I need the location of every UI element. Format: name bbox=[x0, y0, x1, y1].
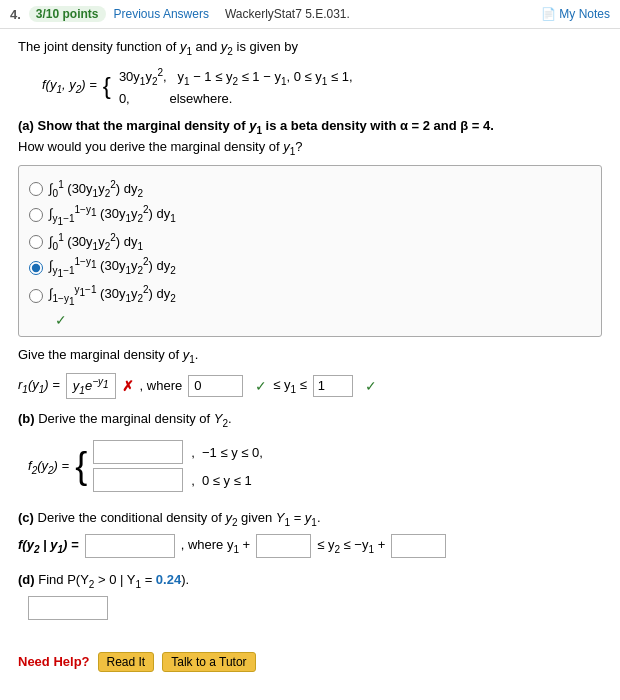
question-number: 4. bbox=[10, 7, 21, 22]
part-a-text: Show that the marginal density of y1 is … bbox=[38, 118, 494, 133]
r1-notation: r1(y1) = bbox=[18, 377, 60, 395]
option-5-radio[interactable] bbox=[29, 289, 43, 303]
my-notes-label: My Notes bbox=[559, 7, 610, 21]
option-2-row: ∫y1−11−y1 (30y1y22) dy1 bbox=[29, 204, 591, 227]
options-box: ∫01 (30y1y22) dy2 ∫y1−11−y1 (30y1y22) dy… bbox=[18, 165, 602, 338]
where-label: , where bbox=[140, 378, 183, 393]
option-2-math: ∫y1−11−y1 (30y1y22) dy1 bbox=[49, 204, 176, 227]
part-a: (a) Show that the marginal density of y1… bbox=[18, 118, 602, 399]
part-d-highlight: 0.24 bbox=[156, 572, 181, 587]
part-d-label: (d) bbox=[18, 572, 35, 587]
option-4-radio[interactable] bbox=[29, 261, 43, 275]
read-it-button[interactable]: Read It bbox=[98, 652, 155, 672]
option-1-row: ∫01 (30y1y22) dy2 bbox=[29, 179, 591, 199]
option-1-radio[interactable] bbox=[29, 182, 43, 196]
part-c-leq-label: ≤ y2 ≤ −y1 + bbox=[317, 537, 385, 555]
piecewise-case-1: , −1 ≤ y ≤ 0, bbox=[93, 440, 263, 464]
problem-id: WackerlyStat7 5.E.031. bbox=[225, 7, 350, 21]
part-c-formula-label: f(y2 | y1) = bbox=[18, 537, 79, 555]
error-x-icon: ✗ bbox=[122, 378, 134, 394]
part-b-formula-row: f2(y2) = { , −1 ≤ y ≤ 0, , 0 ≤ y ≤ 1 bbox=[28, 436, 602, 496]
part-c-upper-input[interactable] bbox=[391, 534, 446, 558]
part-b: (b) Derive the marginal density of Y2. f… bbox=[18, 411, 602, 497]
top-bar: 4. 3/10 points Previous Answers Wackerly… bbox=[0, 0, 620, 29]
case-1-condition: , −1 ≤ y ≤ 0, bbox=[191, 445, 263, 460]
notes-icon: 📄 bbox=[541, 7, 556, 21]
where-upper-input[interactable] bbox=[313, 375, 353, 397]
option-3-radio[interactable] bbox=[29, 235, 43, 249]
option-3-row: ∫01 (30y1y22) dy1 bbox=[29, 232, 591, 252]
option-1-math: ∫01 (30y1y22) dy2 bbox=[49, 179, 143, 199]
content-area: The joint density function of y1 and y2 … bbox=[0, 29, 620, 634]
option-4-row: ∫y1−11−y1 (30y1y22) dy2 bbox=[29, 256, 591, 279]
piecewise-cases: , −1 ≤ y ≤ 0, , 0 ≤ y ≤ 1 bbox=[93, 436, 263, 496]
points-badge: 3/10 points bbox=[29, 6, 106, 22]
option-3-math: ∫01 (30y1y22) dy1 bbox=[49, 232, 143, 252]
part-d-text: Find P(Y2 > 0 | Y1 = 0.24). bbox=[38, 572, 189, 587]
part-c-label: (c) bbox=[18, 510, 34, 525]
leq-y1-label: ≤ y1 ≤ bbox=[273, 377, 307, 395]
where-lower-input[interactable] bbox=[188, 375, 243, 397]
part-c-density-input[interactable] bbox=[85, 534, 175, 558]
marginal-value-display: y1e−y1 bbox=[66, 373, 116, 399]
part-b-label: (b) bbox=[18, 411, 35, 426]
part-b-text: Derive the marginal density of Y2. bbox=[38, 411, 231, 426]
my-notes-button[interactable]: 📄 My Notes bbox=[541, 7, 610, 21]
part-a-label: (a) bbox=[18, 118, 34, 133]
option-4-math: ∫y1−11−y1 (30y1y22) dy2 bbox=[49, 256, 176, 279]
part-a-question: How would you derive the marginal densit… bbox=[18, 139, 602, 157]
part-c-formula-row: f(y2 | y1) = , where y1 + ≤ y2 ≤ −y1 + bbox=[18, 534, 602, 558]
part-c-text: Derive the conditional density of y2 giv… bbox=[38, 510, 321, 525]
part-d-answer-input[interactable] bbox=[28, 596, 108, 620]
f2-notation: f2(y2) = bbox=[28, 458, 69, 476]
part-c-lower-input[interactable] bbox=[256, 534, 311, 558]
joint-density-formula: f(y1, y2) = { 30y1y22, y1 − 1 ≤ y2 ≤ 1 −… bbox=[38, 65, 602, 108]
talk-to-tutor-button[interactable]: Talk to a Tutor bbox=[162, 652, 255, 672]
prev-answers-link[interactable]: Previous Answers bbox=[114, 7, 209, 21]
piecewise-brace: { bbox=[75, 448, 87, 484]
upper-check-icon: ✓ bbox=[365, 378, 377, 394]
case-1-input[interactable] bbox=[93, 440, 183, 464]
option-5-math: ∫1−y1y1−1 (30y1y22) dy2 bbox=[49, 284, 176, 307]
part-d-input-row bbox=[28, 596, 602, 620]
options-check-icon: ✓ bbox=[55, 312, 67, 328]
problem-statement: The joint density function of y1 and y2 … bbox=[18, 39, 602, 57]
case-2-input[interactable] bbox=[93, 468, 183, 492]
marginal-density-section-label: Give the marginal density of y1. bbox=[18, 347, 602, 365]
part-d: (d) Find P(Y2 > 0 | Y1 = 0.24). bbox=[18, 572, 602, 620]
where-check-icon: ✓ bbox=[255, 378, 267, 394]
piecewise-case-2: , 0 ≤ y ≤ 1 bbox=[93, 468, 263, 492]
option-2-radio[interactable] bbox=[29, 208, 43, 222]
need-help-bar: Need Help? Read It Talk to a Tutor bbox=[0, 642, 620, 682]
marginal-density-row: r1(y1) = y1e−y1 ✗ , where ✓ ≤ y1 ≤ ✓ bbox=[18, 373, 602, 399]
need-help-label: Need Help? bbox=[18, 654, 90, 669]
part-c: (c) Derive the conditional density of y2… bbox=[18, 510, 602, 558]
part-c-where-label: , where y1 + bbox=[181, 537, 251, 555]
option-5-row: ∫1−y1y1−1 (30y1y22) dy2 bbox=[29, 284, 591, 307]
case-2-condition: , 0 ≤ y ≤ 1 bbox=[191, 473, 252, 488]
